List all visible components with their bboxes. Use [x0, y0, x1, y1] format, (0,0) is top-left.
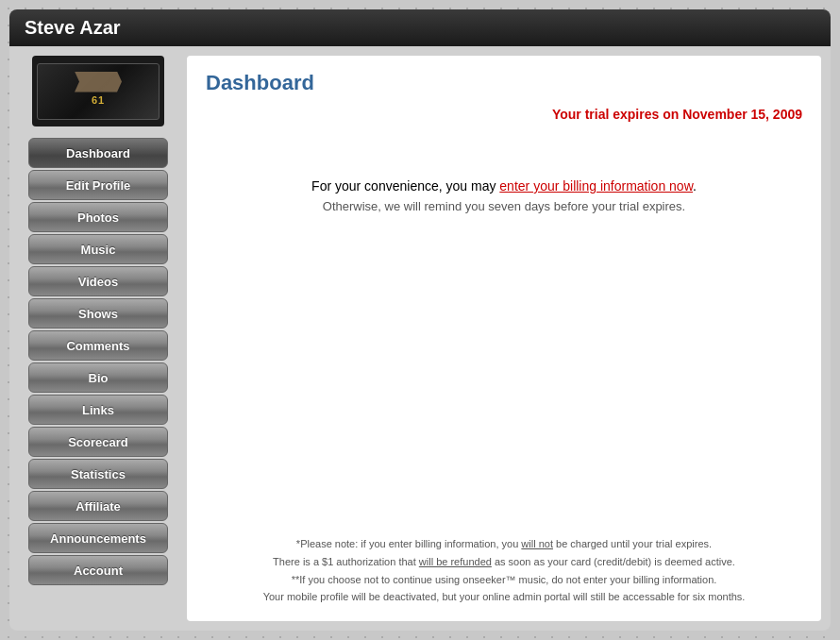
- logo-container: 61: [32, 56, 164, 126]
- footer-notes: *Please note: if you enter billing infor…: [206, 535, 802, 606]
- sidebar-item-announcements[interactable]: Announcements: [28, 523, 168, 553]
- page-title: Dashboard: [206, 71, 802, 95]
- billing-prompt-text: For your convenience, you may: [311, 178, 499, 194]
- sidebar-item-links[interactable]: Links: [28, 395, 168, 425]
- footer-note2-prefix: There is a $1 authorization that: [273, 556, 419, 567]
- sidebar-item-statistics[interactable]: Statistics: [28, 459, 168, 489]
- main-wrapper: 61 DashboardEdit ProfilePhotosMusicVideo…: [9, 46, 831, 631]
- billing-link[interactable]: enter your billing information now: [499, 178, 693, 194]
- reminder-text: Otherwise, we will remind you seven days…: [206, 199, 802, 213]
- sidebar-item-videos[interactable]: Videos: [28, 266, 168, 296]
- trial-date: November 15, 2009: [682, 107, 802, 122]
- trial-notice-prefix: Your trial expires on: [552, 107, 682, 122]
- footer-note1-underline: will not: [521, 538, 553, 549]
- footer-note-2: There is a $1 authorization that will be…: [206, 553, 802, 571]
- sidebar-item-account[interactable]: Account: [28, 555, 168, 585]
- content-area: Dashboard Your trial expires on November…: [187, 56, 821, 621]
- billing-prompt-line: For your convenience, you may enter your…: [206, 178, 802, 194]
- footer-note1-suffix: be charged until your trial expires.: [553, 538, 712, 549]
- logo-text: 61: [92, 94, 105, 106]
- sidebar-item-edit-profile[interactable]: Edit Profile: [28, 170, 168, 200]
- sidebar: 61 DashboardEdit ProfilePhotosMusicVideo…: [9, 46, 187, 631]
- footer-note-4: Your mobile profile will be deactivated,…: [206, 588, 802, 606]
- sidebar-item-comments[interactable]: Comments: [28, 330, 168, 361]
- footer-note2-underline: will be refunded: [419, 556, 492, 567]
- footer-note1-prefix: *Please note: if you enter billing infor…: [296, 538, 521, 549]
- sidebar-item-affiliate[interactable]: Affiliate: [28, 491, 168, 521]
- sidebar-item-scorecard[interactable]: Scorecard: [28, 427, 168, 457]
- trial-notice: Your trial expires on November 15, 2009: [206, 107, 802, 122]
- footer-note-3: **If you choose not to continue using on…: [206, 571, 802, 589]
- sidebar-item-shows[interactable]: Shows: [28, 298, 168, 328]
- logo-image: 61: [37, 63, 160, 120]
- billing-prompt-end: .: [693, 178, 697, 194]
- nav-buttons: DashboardEdit ProfilePhotosMusicVideosSh…: [28, 136, 168, 587]
- sidebar-item-photos[interactable]: Photos: [28, 202, 168, 232]
- sidebar-item-music[interactable]: Music: [28, 234, 168, 264]
- footer-note2-suffix: as soon as your card (credit/debit) is d…: [492, 556, 735, 567]
- user-name-label: Steve Azar: [25, 17, 121, 38]
- header-bar: Steve Azar: [9, 9, 831, 46]
- footer-note-1: *Please note: if you enter billing infor…: [206, 535, 802, 553]
- sidebar-item-dashboard[interactable]: Dashboard: [28, 138, 168, 168]
- sidebar-item-bio[interactable]: Bio: [28, 362, 168, 393]
- billing-notice: For your convenience, you may enter your…: [206, 178, 802, 213]
